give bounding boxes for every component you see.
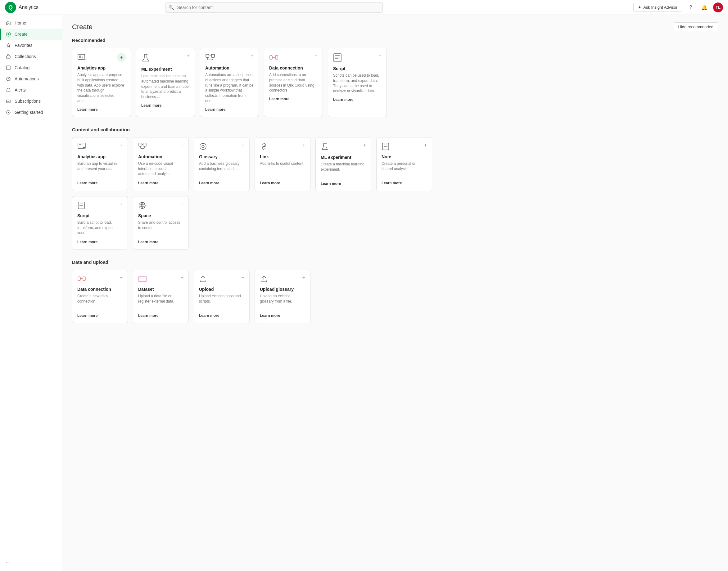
card-analytics-app-rec[interactable]: + Analytics app Analytics apps are purpo…	[72, 48, 131, 117]
learn-more-link[interactable]: Learn more	[260, 181, 280, 185]
notifications-button[interactable]: 🔔	[700, 2, 709, 12]
card-ml-experiment-rec[interactable]: + ML experiment Load historical data int…	[136, 48, 195, 117]
home-icon	[6, 20, 11, 25]
learn-more-link[interactable]: Learn more	[260, 314, 280, 318]
sidebar-item-home[interactable]: Home	[0, 17, 62, 28]
card-name: Analytics app	[77, 66, 126, 71]
add-button[interactable]: +	[181, 142, 184, 148]
add-button[interactable]: +	[120, 142, 123, 148]
sidebar-item-create[interactable]: Create	[0, 28, 62, 40]
svg-rect-6	[6, 56, 10, 59]
sidebar-catalog-label: Catalog	[15, 65, 29, 70]
add-button[interactable]: +	[363, 142, 366, 148]
hide-recommended-button[interactable]: Hide recommended	[674, 22, 718, 31]
card-ml-experiment-cc[interactable]: + ML experiment Create a machine learnin…	[315, 137, 371, 191]
sidebar-item-favorites[interactable]: Favorites	[0, 40, 62, 51]
analytics-app-icon	[77, 53, 87, 62]
sidebar-item-catalog[interactable]: Catalog	[0, 62, 62, 73]
add-button[interactable]: +	[241, 275, 244, 280]
card-name: Automation	[205, 66, 253, 71]
svg-rect-15	[82, 56, 83, 58]
learn-more-link[interactable]: Learn more	[77, 107, 98, 112]
script-icon	[333, 53, 342, 63]
add-button[interactable]: +	[302, 142, 305, 148]
logo-area: Q Analytics	[5, 2, 38, 13]
search-icon: 🔍	[169, 5, 174, 10]
card-desc: Create a new data connection.	[77, 294, 123, 310]
learn-more-link[interactable]: Learn more	[77, 240, 98, 244]
card-note-cc[interactable]: + Note Create a personal or shared analy…	[376, 137, 432, 191]
card-desc: Use a no-code visual interface to build …	[138, 161, 184, 177]
sidebar-item-collections[interactable]: Collections	[0, 51, 62, 62]
insight-star-icon: ✦	[638, 5, 641, 10]
learn-more-link[interactable]: Learn more	[138, 314, 158, 318]
card-space-cc[interactable]: + Space Share and control access to cont…	[133, 196, 189, 249]
add-data-connection-button[interactable]: +	[315, 53, 318, 59]
card-automation-cc[interactable]: + Automation Use a no-code visual interf…	[133, 137, 189, 191]
card-desc: Upload existing apps and scripts.	[199, 294, 244, 310]
card-upload-du[interactable]: + Upload Upload existing apps and script…	[194, 270, 249, 323]
card-data-connection-rec[interactable]: + Data connection Add connections to on-…	[264, 48, 323, 117]
user-avatar[interactable]: TL	[713, 2, 723, 12]
card-script-cc[interactable]: + Script Build a script to load, transfo…	[72, 196, 128, 249]
add-button[interactable]: +	[241, 142, 244, 148]
card-header: +	[141, 53, 190, 63]
ml-experiment-cc-icon	[321, 142, 329, 151]
card-desc: Create a machine learning experiment.	[321, 162, 366, 178]
card-name: Glossary	[199, 154, 244, 159]
favorites-icon	[6, 43, 11, 48]
learn-more-link[interactable]: Learn more	[382, 181, 402, 185]
card-link-cc[interactable]: + Link Add links to useful content. Lear…	[254, 137, 310, 191]
card-glossary-cc[interactable]: + Glossary Add a business glossary conta…	[194, 137, 249, 191]
card-data-connection-du[interactable]: + Data connection Create a new data conn…	[72, 270, 128, 323]
add-button[interactable]: +	[424, 142, 427, 148]
add-automation-button[interactable]: +	[251, 53, 253, 59]
card-dataset-du[interactable]: + Dataset Upload a data file or register…	[133, 270, 189, 323]
sidebar-item-alerts[interactable]: Alerts	[0, 84, 62, 96]
svg-rect-13	[78, 54, 85, 59]
card-upload-glossary-du[interactable]: + Upload glossary Upload an existing glo…	[254, 270, 310, 323]
add-button[interactable]: +	[181, 275, 184, 280]
add-ml-experiment-button[interactable]: +	[187, 53, 190, 59]
learn-more-link[interactable]: Learn more	[269, 97, 289, 101]
main-area: Home Create Favorites Collections	[0, 15, 728, 571]
learn-more-link[interactable]: Learn more	[77, 181, 98, 185]
card-automation-rec[interactable]: + Automation Automations are a sequence …	[200, 48, 259, 117]
learn-more-link[interactable]: Learn more	[321, 182, 341, 186]
create-icon	[6, 32, 11, 37]
top-bar-right: ✦ Ask Insight Advisor ? 🔔 TL	[633, 2, 723, 12]
help-button[interactable]: ?	[686, 2, 696, 12]
automation-cc-icon	[138, 142, 147, 150]
card-name: Automation	[138, 154, 184, 159]
learn-more-link[interactable]: Learn more	[138, 181, 158, 185]
svg-rect-31	[139, 143, 142, 146]
learn-more-link[interactable]: Learn more	[205, 107, 225, 112]
learn-more-link[interactable]: Learn more	[77, 314, 98, 318]
sidebar-item-automations[interactable]: Automations	[0, 73, 62, 84]
add-button[interactable]: +	[120, 275, 123, 280]
collapse-sidebar-button[interactable]: ←	[5, 560, 11, 566]
sidebar-alerts-label: Alerts	[15, 88, 26, 93]
upload-glossary-icon	[260, 275, 268, 283]
card-header: +	[269, 53, 318, 62]
card-analytics-app-cc[interactable]: + + Analytics app Build an app to visual…	[72, 137, 128, 191]
add-analytics-app-button[interactable]: +	[117, 53, 126, 62]
card-desc: Share and control access to content.	[138, 220, 184, 236]
add-script-button[interactable]: +	[379, 53, 382, 59]
add-button[interactable]: +	[120, 201, 123, 207]
add-button[interactable]: +	[302, 275, 305, 280]
learn-more-link[interactable]: Learn more	[138, 240, 158, 244]
top-bar: Q Analytics 🔍 ✦ Ask Insight Advisor ? 🔔 …	[0, 0, 728, 15]
card-script-rec[interactable]: + Script Scripts can be used to load, tr…	[328, 48, 387, 117]
insight-advisor-button[interactable]: ✦ Ask Insight Advisor	[633, 3, 682, 12]
sidebar-item-subscriptions[interactable]: Subscriptions	[0, 96, 62, 107]
learn-more-link[interactable]: Learn more	[141, 103, 162, 108]
search-input[interactable]	[166, 2, 383, 13]
add-button[interactable]: +	[181, 201, 184, 207]
script-cc-icon	[77, 201, 85, 210]
learn-more-link[interactable]: Learn more	[333, 97, 353, 102]
learn-more-link[interactable]: Learn more	[199, 314, 219, 318]
catalog-icon	[6, 65, 11, 70]
sidebar-item-getting-started[interactable]: Getting started	[0, 107, 62, 118]
learn-more-link[interactable]: Learn more	[199, 181, 219, 185]
